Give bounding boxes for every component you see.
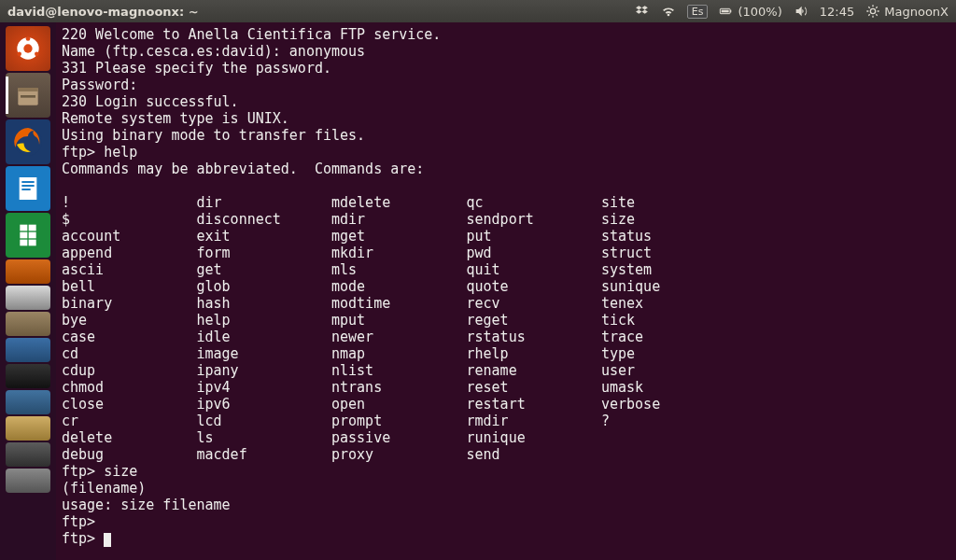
files-icon[interactable] <box>6 73 50 118</box>
dash-icon[interactable] <box>6 26 50 71</box>
svg-rect-1 <box>730 10 731 13</box>
svg-rect-11 <box>21 95 35 98</box>
keyboard-layout[interactable]: Es <box>687 5 709 19</box>
volume-icon[interactable] <box>794 4 808 19</box>
calc-icon[interactable] <box>6 213 50 258</box>
launcher-item-8[interactable] <box>6 312 50 336</box>
svg-rect-2 <box>722 10 729 13</box>
cursor <box>104 533 111 547</box>
svg-rect-10 <box>18 88 37 91</box>
writer-icon[interactable] <box>6 166 50 211</box>
battery-percent: (100%) <box>738 5 781 19</box>
indicator-area: Es (100%) 12:45 MagnoonX <box>635 4 949 19</box>
svg-point-6 <box>26 36 31 41</box>
unity-launcher <box>0 22 56 560</box>
window-title: david@lenovo-magnoonx: ~ <box>7 5 199 19</box>
svg-rect-14 <box>21 181 34 183</box>
terminal-output: 220 Welcome to Anella Cientifica FTP ser… <box>62 26 950 547</box>
svg-point-3 <box>871 8 876 13</box>
top-panel: david@lenovo-magnoonx: ~ Es (100%) 12:45… <box>0 0 956 22</box>
launcher-item-11[interactable] <box>6 390 50 414</box>
launcher-item-7[interactable] <box>6 286 50 310</box>
firefox-icon[interactable] <box>6 119 50 164</box>
launcher-item-12[interactable] <box>6 416 50 441</box>
svg-point-5 <box>23 44 32 52</box>
session-menu[interactable]: MagnoonX <box>865 4 949 19</box>
session-label: MagnoonX <box>884 5 949 19</box>
svg-rect-15 <box>21 185 34 187</box>
launcher-item-10[interactable] <box>6 364 50 388</box>
wifi-icon[interactable] <box>661 4 676 19</box>
svg-point-8 <box>35 52 39 57</box>
launcher-item-13[interactable] <box>6 442 50 467</box>
terminal[interactable]: 220 Welcome to Anella Cientifica FTP ser… <box>56 22 956 560</box>
launcher-item-9[interactable] <box>6 338 50 362</box>
launcher-item-6[interactable] <box>6 259 50 284</box>
dropbox-icon[interactable] <box>635 4 650 19</box>
battery-indicator[interactable]: (100%) <box>719 4 781 19</box>
clock[interactable]: 12:45 <box>820 5 854 19</box>
svg-rect-16 <box>21 189 30 190</box>
launcher-item-14[interactable] <box>6 469 50 493</box>
svg-point-7 <box>17 52 21 57</box>
